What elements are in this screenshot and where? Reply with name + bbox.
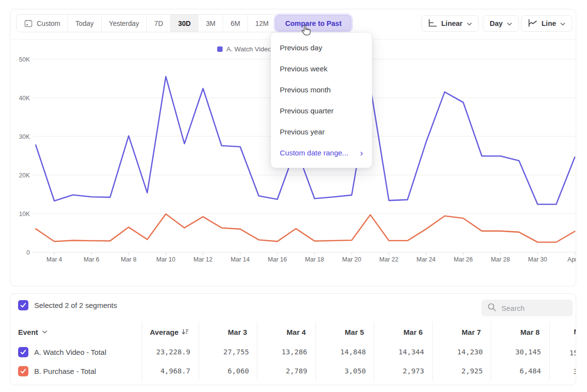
linear-axis-icon bbox=[428, 19, 437, 28]
column-divider bbox=[316, 322, 316, 381]
menu-item-custom-date-range[interactable]: Custom date range...› bbox=[271, 142, 372, 163]
range-button-yesterday[interactable]: Yesterday bbox=[102, 15, 147, 32]
column-divider bbox=[549, 322, 550, 381]
column-divider bbox=[199, 322, 199, 381]
cell-value: 2,789 bbox=[257, 362, 316, 380]
chevron-right-icon: › bbox=[360, 149, 363, 157]
svg-text:0: 0 bbox=[26, 249, 30, 256]
svg-text:Mar 4: Mar 4 bbox=[46, 256, 62, 263]
search-box bbox=[481, 300, 573, 316]
svg-text:Mar 28: Mar 28 bbox=[491, 256, 510, 263]
select-all-checkbox[interactable] bbox=[18, 300, 28, 310]
search-icon bbox=[487, 303, 497, 314]
selected-summary: Selected 2 of 2 segments bbox=[34, 301, 117, 309]
check-icon bbox=[20, 303, 26, 308]
column-divider bbox=[432, 322, 433, 381]
cell-value: 6,060 bbox=[199, 362, 257, 380]
analytics-page: CustomTodayYesterday7D30D3M6M12M Compare… bbox=[0, 0, 587, 392]
table-header-row: EventAverageMar 3Mar 4Mar 5Mar 6Mar 7Mar… bbox=[10, 323, 576, 341]
check-icon bbox=[20, 369, 26, 374]
menu-item-previous-month[interactable]: Previous month bbox=[271, 79, 372, 100]
column-divider bbox=[491, 322, 491, 381]
svg-text:Mar 20: Mar 20 bbox=[342, 256, 361, 263]
range-label: Yesterday bbox=[109, 20, 139, 27]
column-header-mar-8[interactable]: Mar 8 bbox=[491, 323, 549, 341]
range-button-12m[interactable]: 12M bbox=[248, 15, 276, 32]
range-label: 12M bbox=[255, 20, 269, 27]
range-label: Today bbox=[75, 20, 93, 27]
svg-text:20K: 20K bbox=[19, 172, 30, 179]
column-header-event[interactable]: Event bbox=[10, 323, 142, 341]
compare-to-past-label: Compare to Past bbox=[285, 20, 341, 27]
range-button-3m[interactable]: 3M bbox=[199, 15, 223, 32]
chevron-down-icon bbox=[467, 20, 472, 27]
cell-value: 4,968.7 bbox=[142, 362, 199, 380]
range-button-today[interactable]: Today bbox=[68, 15, 101, 32]
range-button-7d[interactable]: 7D bbox=[147, 15, 171, 32]
cell-value: 3,050 bbox=[316, 362, 374, 380]
range-label: Custom bbox=[37, 20, 60, 27]
cell-value: 27,755 bbox=[199, 342, 257, 362]
compare-to-past-menu: Previous dayPrevious weekPrevious monthP… bbox=[271, 32, 372, 168]
cell-value: 14,848 bbox=[316, 342, 374, 362]
menu-item-previous-quarter[interactable]: Previous quarter bbox=[271, 100, 372, 121]
sort-descending-icon bbox=[181, 328, 189, 335]
svg-text:Mar 8: Mar 8 bbox=[121, 256, 136, 263]
custom-date-range-label: Custom date range... bbox=[280, 142, 348, 163]
column-divider bbox=[142, 322, 142, 381]
column-header-mar-3[interactable]: Mar 3 bbox=[199, 323, 257, 341]
column-header-mar-6[interactable]: Mar 6 bbox=[374, 323, 432, 341]
column-header-mar-7[interactable]: Mar 7 bbox=[432, 323, 491, 341]
svg-text:Mar 14: Mar 14 bbox=[231, 256, 250, 263]
calendar-icon bbox=[24, 19, 33, 28]
clipped-cell-value: 15, bbox=[569, 343, 576, 363]
range-label: 3M bbox=[206, 20, 215, 27]
svg-text:40K: 40K bbox=[19, 95, 30, 102]
cell-value: 6,484 bbox=[491, 362, 549, 380]
row-checkbox[interactable] bbox=[18, 347, 28, 357]
chart-type-label: Line bbox=[542, 20, 556, 27]
column-header-average[interactable]: Average bbox=[142, 323, 199, 341]
check-icon bbox=[20, 349, 26, 355]
clipped-column-header: M bbox=[574, 323, 576, 341]
cell-value: 2,925 bbox=[432, 362, 491, 380]
interval-label: Day bbox=[490, 20, 503, 27]
row-label: A. Watch Video - Total bbox=[34, 348, 106, 356]
cell-value: 13,286 bbox=[257, 342, 316, 362]
range-button-custom[interactable]: Custom bbox=[17, 15, 68, 32]
svg-text:Mar 30: Mar 30 bbox=[528, 256, 547, 263]
column-divider bbox=[374, 322, 374, 381]
svg-text:Mar 22: Mar 22 bbox=[380, 256, 399, 263]
svg-text:30K: 30K bbox=[19, 133, 30, 140]
svg-text:50K: 50K bbox=[19, 56, 30, 63]
legend-swatch bbox=[217, 46, 223, 52]
column-header-mar-5[interactable]: Mar 5 bbox=[316, 323, 374, 341]
line-chart-icon bbox=[528, 19, 538, 28]
cell-value: 2,973 bbox=[374, 362, 432, 380]
range-button-6m[interactable]: 6M bbox=[223, 15, 248, 32]
scale-label: Linear bbox=[441, 20, 463, 27]
svg-text:Mar 12: Mar 12 bbox=[194, 256, 213, 263]
menu-item-previous-year[interactable]: Previous year bbox=[271, 121, 372, 142]
column-divider bbox=[257, 322, 257, 381]
date-range-group: CustomTodayYesterday7D30D3M6M12M bbox=[16, 14, 276, 32]
compare-to-past-button[interactable]: Compare to Past bbox=[275, 15, 351, 31]
row-checkbox[interactable] bbox=[18, 366, 28, 376]
svg-text:Mar 16: Mar 16 bbox=[268, 256, 287, 263]
scale-select-button[interactable]: Linear bbox=[421, 15, 479, 32]
clipped-cell-value: 3, bbox=[573, 362, 576, 381]
range-button-30d[interactable]: 30D bbox=[171, 15, 199, 32]
menu-item-previous-week[interactable]: Previous week bbox=[271, 58, 372, 79]
cell-value: 14,344 bbox=[374, 342, 432, 362]
range-label: 30D bbox=[178, 20, 191, 27]
svg-text:Mar 18: Mar 18 bbox=[305, 256, 324, 263]
table-row: B. Purchase - Total4,968.76,0602,7893,05… bbox=[10, 362, 576, 380]
interval-select-button[interactable]: Day bbox=[483, 15, 519, 32]
cell-value: 23,228.9 bbox=[142, 342, 199, 362]
range-label: 7D bbox=[154, 20, 163, 27]
cell-value: 14,230 bbox=[432, 342, 491, 362]
search-input[interactable] bbox=[501, 304, 565, 312]
menu-item-previous-day[interactable]: Previous day bbox=[271, 37, 372, 58]
chart-type-select-button[interactable]: Line bbox=[521, 15, 572, 32]
column-header-mar-4[interactable]: Mar 4 bbox=[257, 323, 316, 341]
